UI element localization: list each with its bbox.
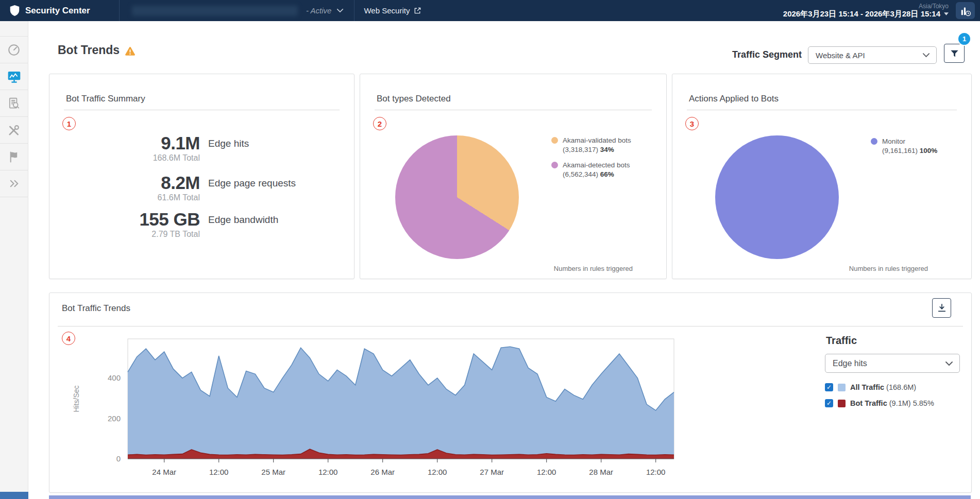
svg-text:26 Mar: 26 Mar (370, 468, 395, 476)
chevron-down-icon (945, 361, 953, 366)
top-bar: Security Center - Active Web Security As… (0, 0, 980, 21)
traffic-trends-area-chart: 020040024 Mar12:0025 Mar12:0026 Mar12:00… (49, 332, 740, 486)
chevron-down-icon (336, 8, 344, 13)
topbar-divider (354, 0, 354, 21)
svg-text:24 Mar: 24 Mar (152, 468, 176, 476)
series-detail: (168.6M) (886, 383, 916, 391)
series-name: All Traffic (850, 383, 884, 391)
actions-pie-chart (715, 135, 839, 259)
traffic-metric-dropdown[interactable]: Edge hits (825, 354, 960, 373)
series-label: Bot Traffic (9.1M) 5.85% (850, 399, 934, 407)
page-title-text: Bot Trends (58, 43, 120, 57)
card-title: Actions Applied to Bots (689, 94, 779, 104)
traffic-segment-value: Website & API (816, 51, 865, 60)
series-label: All Traffic (168.6M) (850, 383, 916, 391)
caret-down-icon (944, 12, 949, 15)
card-footnote: Numbers in rules triggered (554, 265, 633, 272)
chevron-down-icon (922, 53, 930, 58)
legend-pct: 66% (600, 170, 614, 178)
checkbox-checked[interactable]: ✓ (825, 383, 833, 391)
legend-dot (551, 162, 558, 168)
gauge-icon (7, 43, 21, 57)
date-range-picker[interactable]: Asia/Tokyo 2026年3月23日 15:14 - 2026年3月28日… (783, 3, 949, 19)
legend-text: Monitor (9,161,161) 100% (882, 137, 937, 156)
legend-item: Akamai-validated bots (3,318,317) 34% (551, 136, 631, 154)
metric-total: 61.6M Total (49, 193, 200, 203)
sidebar-item-tools[interactable] (0, 117, 28, 144)
bot-traffic-summary-card: Bot Traffic Summary 1 9.1M 168.6M Total … (49, 74, 354, 279)
legend-count: (3,318,317) (563, 146, 598, 153)
actions-applied-card: Actions Applied to Bots 3 Monitor (9,161… (672, 74, 972, 279)
security-center-dashboard: Security Center - Active Web Security As… (0, 0, 980, 499)
redacted-config-name (132, 6, 298, 16)
legend-label: Akamai-validated bots (563, 136, 631, 144)
brand-title: Security Center (25, 6, 90, 16)
card-title: Bot types Detected (377, 94, 451, 104)
legend-dot (871, 138, 877, 145)
svg-text:12:00: 12:00 (428, 468, 447, 476)
annotation-1: 1 (62, 117, 76, 130)
bot-traffic-trends-card: Bot Traffic Trends 4 020040024 Mar12:002… (49, 292, 972, 493)
card-divider (687, 110, 957, 110)
filter-button[interactable] (944, 44, 965, 63)
timezone-label: Asia/Tokyo (783, 3, 949, 10)
metric-total: 168.6M Total (49, 153, 200, 163)
sidebar-item-flags[interactable] (0, 144, 28, 170)
bot-types-detected-card: Bot types Detected 2 Akamai-validated bo… (360, 74, 667, 279)
metric-edge-hits: 9.1M 168.6M Total (49, 133, 200, 163)
traffic-segment-dropdown[interactable]: Website & API (808, 46, 937, 64)
svg-text:12:00: 12:00 (537, 468, 556, 476)
svg-text:200: 200 (108, 414, 121, 423)
metric-value: 9.1M (49, 133, 200, 153)
legend-count: (9,161,161) (882, 147, 918, 154)
sidebar-item-reports[interactable] (0, 90, 28, 117)
legend-count: (6,562,344) (563, 170, 598, 178)
legend-text: Akamai-validated bots (3,318,317) 34% (563, 136, 631, 154)
legend-text: Akamai-detected bots (6,562,344) 66% (563, 161, 630, 179)
bar-chart-clock-icon (960, 5, 971, 16)
web-security-link[interactable]: Web Security (364, 6, 421, 15)
metric-total: 2.79 TB Total (49, 229, 200, 239)
series-toggle-all-traffic[interactable]: ✓ All Traffic (168.6M) (825, 383, 916, 391)
legend-item: Akamai-detected bots (6,562,344) 66% (551, 161, 630, 179)
traffic-panel-heading: Traffic (826, 335, 857, 347)
monitor-chart-icon (7, 70, 21, 83)
card-divider (58, 326, 963, 326)
bot-types-pie-chart (395, 135, 519, 259)
time-series-settings-button[interactable] (956, 2, 975, 19)
config-version-dropdown[interactable]: - Active (306, 6, 344, 15)
series-toggle-bot-traffic[interactable]: ✓ Bot Traffic (9.1M) 5.85% (825, 399, 934, 407)
brand: Security Center (0, 0, 120, 21)
tools-icon (7, 124, 21, 137)
annotation-2: 2 (373, 117, 386, 130)
svg-text:27 Mar: 27 Mar (480, 468, 504, 476)
svg-text:12:00: 12:00 (646, 468, 666, 476)
annotation-3: 3 (685, 117, 699, 130)
svg-text:25 Mar: 25 Mar (261, 468, 285, 476)
warning-icon (125, 46, 136, 56)
card-title: Bot Traffic Summary (66, 94, 145, 104)
legend-label: Monitor (882, 137, 905, 145)
card-footnote: Numbers in rules triggered (849, 265, 928, 272)
card-divider (64, 110, 340, 110)
metric-value: 155 GB (49, 210, 200, 229)
sidebar-expand-button[interactable] (0, 170, 28, 197)
sidebar-item-monitoring[interactable] (0, 63, 28, 90)
card-divider (375, 110, 652, 110)
svg-text:0: 0 (116, 454, 121, 463)
svg-text:400: 400 (108, 373, 121, 382)
sidebar-item-dashboard[interactable] (0, 36, 28, 63)
card-title: Bot Traffic Trends (62, 303, 130, 314)
traffic-metric-value: Edge hits (833, 359, 867, 368)
report-search-icon (7, 97, 21, 110)
next-section-edge (49, 495, 971, 499)
svg-text:28 Mar: 28 Mar (589, 468, 613, 476)
metric-label: Edge hits (208, 138, 249, 149)
download-icon (937, 303, 947, 313)
date-range-value: 2026年3月23日 15:14 - 2026年3月28日 15:14 (783, 10, 940, 19)
legend-dot (551, 137, 558, 144)
metric-edge-page-requests: 8.2M 61.6M Total (49, 173, 200, 203)
checkbox-checked[interactable]: ✓ (825, 399, 833, 407)
download-button[interactable] (932, 298, 951, 318)
page-title: Bot Trends (58, 43, 136, 57)
